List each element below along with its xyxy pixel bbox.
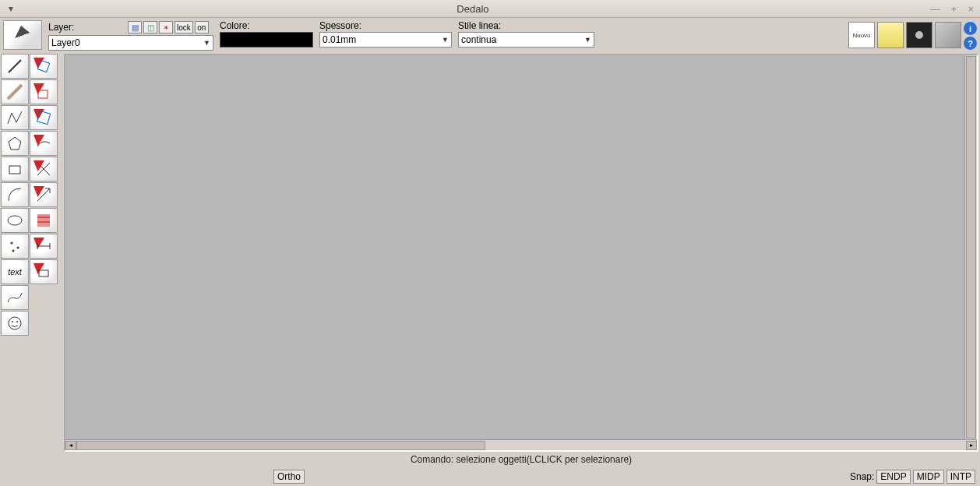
scroll-left-icon[interactable]: ◂ [65, 441, 76, 450]
svg-line-9 [37, 188, 50, 201]
ellipse-tool[interactable] [1, 208, 29, 233]
text-tool[interactable]: text [1, 259, 29, 284]
layer-del-icon[interactable]: ✶ [159, 21, 173, 33]
svg-rect-4 [37, 111, 50, 124]
svg-point-25 [16, 321, 18, 322]
rotate-tool[interactable] [30, 79, 58, 104]
ortho-toggle[interactable]: Ortho [273, 470, 305, 484]
svg-line-2 [8, 85, 22, 99]
layer-select-value: Layer0 [51, 37, 80, 48]
chevron-down-icon: ▼ [584, 36, 591, 44]
color-group: Colore: [220, 20, 313, 48]
arc-tool[interactable] [1, 182, 29, 207]
snap-endp-button[interactable]: ENDP [876, 470, 910, 484]
snap-intp-button[interactable]: INTP [947, 470, 975, 484]
segment-tool[interactable] [1, 79, 29, 104]
layer-select[interactable]: Layer0 ▼ [48, 35, 213, 51]
open-file-button[interactable] [877, 22, 904, 48]
move-tool[interactable] [30, 54, 58, 79]
app-logo[interactable] [3, 20, 42, 50]
svg-point-16 [11, 242, 13, 245]
trim-tool[interactable] [30, 157, 58, 181]
layer-on-button[interactable]: on [195, 21, 209, 33]
minimize-icon[interactable]: — [930, 4, 940, 14]
command-status: Comando: selezione oggetti(LCLICK per se… [62, 452, 980, 467]
extend-tool[interactable] [30, 182, 58, 207]
chevron-down-icon: ▼ [442, 36, 449, 44]
polygon-tool[interactable] [1, 131, 29, 156]
linestyle-select[interactable]: continua ▼ [458, 32, 594, 48]
rectangle-tool[interactable] [1, 157, 29, 181]
svg-marker-5 [9, 137, 21, 150]
linestyle-label: Stile linea: [458, 20, 594, 31]
face-tool[interactable] [1, 311, 29, 336]
app-menu-icon[interactable]: ▾ [6, 4, 16, 13]
svg-rect-22 [39, 270, 48, 276]
close-icon[interactable]: × [968, 4, 974, 14]
svg-point-12 [8, 216, 22, 225]
measure-tool[interactable] [30, 259, 58, 284]
polyline-tool[interactable] [1, 105, 29, 130]
layer-list-icon[interactable]: ▤ [128, 21, 142, 33]
scale-tool[interactable] [30, 105, 58, 130]
line-tool[interactable] [1, 54, 29, 79]
maximize-icon[interactable]: + [951, 4, 957, 14]
svg-rect-13 [37, 214, 50, 227]
layer-label: Layer: [48, 22, 126, 33]
svg-rect-6 [9, 166, 20, 174]
layer-add-icon[interactable]: ◫ [143, 21, 157, 33]
svg-rect-1 [37, 60, 49, 72]
scroll-right-icon[interactable]: ▸ [966, 441, 977, 450]
dimension-tool[interactable] [30, 234, 58, 259]
layer-lock-button[interactable]: lock [174, 21, 193, 33]
svg-line-0 [9, 60, 21, 72]
file-toolbar: Nuovo i ? [848, 20, 977, 50]
window-controls: — + × [930, 4, 974, 14]
svg-point-18 [12, 250, 15, 252]
linestyle-value: continua [461, 34, 496, 45]
window-title: Dedalo [16, 3, 930, 15]
thickness-group: Spessore: 0.01mm ▼ [319, 20, 452, 48]
thickness-label: Spessore: [319, 20, 452, 31]
info-icon[interactable]: i [964, 22, 977, 35]
toolbox: text [0, 52, 62, 486]
titlebar: ▾ Dedalo — + × [0, 0, 980, 18]
point-tool[interactable] [1, 234, 29, 259]
main-row: text ◂ ▸ Comando: selezione oggetti(LCLI… [0, 52, 980, 486]
thickness-select[interactable]: 0.01mm ▼ [319, 32, 452, 48]
linestyle-group: Stile linea: continua ▼ [458, 20, 594, 48]
spline-tool[interactable] [1, 285, 29, 310]
hatch-tool[interactable] [30, 208, 58, 233]
thickness-value: 0.01mm [323, 34, 356, 45]
top-toolbar: Layer: ▤ ◫ ✶ lock on Layer0 ▼ Colore: Sp… [0, 18, 980, 52]
help-icon[interactable]: ? [964, 37, 977, 50]
svg-point-23 [9, 317, 21, 329]
color-swatch[interactable] [220, 32, 313, 48]
export-button[interactable] [935, 22, 961, 48]
status-bar: Ortho Snap: ENDP MIDP INTP [62, 467, 980, 486]
svg-rect-3 [38, 90, 48, 98]
drawing-canvas[interactable] [65, 55, 964, 439]
layer-group: Layer: ▤ ◫ ✶ lock on Layer0 ▼ [48, 20, 213, 51]
snap-midp-button[interactable]: MIDP [913, 470, 944, 484]
chamfer-tool[interactable] [30, 131, 58, 156]
horizontal-scrollbar[interactable]: ◂ ▸ [65, 439, 977, 450]
svg-point-17 [17, 247, 19, 249]
chevron-down-icon: ▼ [203, 39, 210, 47]
canvas-wrap: ◂ ▸ [64, 54, 978, 452]
svg-point-24 [12, 321, 13, 322]
vertical-scrollbar[interactable] [964, 55, 977, 439]
new-file-button[interactable]: Nuovo [848, 22, 875, 48]
color-label: Colore: [220, 20, 313, 31]
save-file-button[interactable] [906, 22, 932, 48]
snap-label: Snap: [850, 471, 874, 482]
